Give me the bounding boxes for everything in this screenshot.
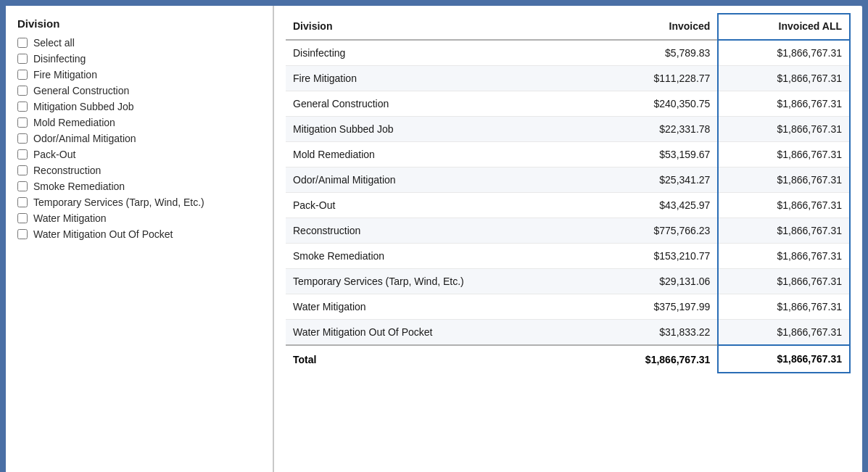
checkbox-item[interactable]: Fire Mitigation — [17, 69, 264, 80]
cell-division: Pack-Out — [286, 193, 587, 218]
left-panel-header: Division — [17, 17, 264, 30]
cell-invoiced-all: $1,866,767.31 — [718, 218, 850, 244]
checkbox-input[interactable] — [17, 70, 28, 80]
cell-division: General Construction — [286, 91, 587, 117]
checkbox-item[interactable]: Odor/Animal Mitigation — [17, 133, 264, 144]
footer-invoiced: $1,866,767.31 — [587, 345, 718, 373]
checkbox-item[interactable]: Smoke Remediation — [17, 181, 264, 192]
data-table: Division Invoiced Invoiced ALL Disinfect… — [286, 13, 851, 373]
cell-invoiced: $29,131.06 — [587, 269, 718, 294]
checkbox-input[interactable] — [17, 54, 28, 64]
cell-invoiced-all: $1,866,767.31 — [718, 117, 850, 142]
checkbox-item[interactable]: Pack-Out — [17, 149, 264, 160]
checkbox-item[interactable]: Mold Remediation — [17, 117, 264, 128]
table-header-row: Division Invoiced Invoiced ALL — [286, 14, 850, 40]
checkbox-item[interactable]: Water Mitigation Out Of Pocket — [17, 228, 264, 240]
table-row: Reconstruction$775,766.23$1,866,767.31 — [286, 218, 850, 244]
table-body: Disinfecting$5,789.83$1,866,767.31Fire M… — [286, 40, 850, 345]
footer-label: Total — [286, 345, 587, 373]
cell-invoiced-all: $1,866,767.31 — [718, 66, 850, 91]
cell-invoiced-all: $1,866,767.31 — [718, 244, 850, 269]
checkbox-label: Mold Remediation — [33, 117, 115, 128]
cell-invoiced: $240,350.75 — [587, 91, 718, 117]
table-row: Water Mitigation$375,197.99$1,866,767.31 — [286, 294, 850, 320]
checkbox-input[interactable] — [17, 165, 28, 175]
cell-invoiced-all: $1,866,767.31 — [718, 40, 850, 66]
footer-invoiced-all: $1,866,767.31 — [718, 345, 850, 373]
cell-invoiced: $53,159.67 — [587, 142, 718, 167]
checkbox-item[interactable]: General Construction — [17, 85, 264, 96]
cell-division: Temporary Services (Tarp, Wind, Etc.) — [286, 269, 587, 294]
cell-invoiced-all: $1,866,767.31 — [718, 142, 850, 167]
checkbox-input[interactable] — [17, 197, 28, 207]
table-row: Fire Mitigation$111,228.77$1,866,767.31 — [286, 66, 850, 91]
cell-invoiced-all: $1,866,767.31 — [718, 91, 850, 117]
cell-invoiced: $111,228.77 — [587, 66, 718, 91]
checkbox-item[interactable]: Temporary Services (Tarp, Wind, Etc.) — [17, 196, 264, 208]
checkbox-label: General Construction — [33, 85, 129, 96]
cell-invoiced: $25,341.27 — [587, 167, 718, 193]
table-row: Mitigation Subbed Job$22,331.78$1,866,76… — [286, 117, 850, 142]
col-header-invoiced-all: Invoiced ALL — [718, 14, 850, 40]
checkbox-label: Disinfecting — [33, 53, 86, 65]
checkbox-label: Water Mitigation — [33, 212, 107, 224]
checkbox-item[interactable]: Mitigation Subbed Job — [17, 101, 264, 112]
checkbox-item[interactable]: Reconstruction — [17, 165, 264, 176]
cell-invoiced: $153,210.77 — [587, 244, 718, 269]
left-panel: Division Select allDisinfectingFire Miti… — [6, 6, 274, 472]
table-row: Temporary Services (Tarp, Wind, Etc.)$29… — [286, 269, 850, 294]
checkbox-label: Temporary Services (Tarp, Wind, Etc.) — [33, 196, 204, 208]
cell-invoiced-all: $1,866,767.31 — [718, 294, 850, 320]
checkbox-label: Select all — [33, 37, 75, 49]
table-row: Water Mitigation Out Of Pocket$31,833.22… — [286, 320, 850, 346]
table-row: General Construction$240,350.75$1,866,76… — [286, 91, 850, 117]
cell-division: Fire Mitigation — [286, 66, 587, 91]
checkbox-select-all-input[interactable] — [17, 38, 28, 48]
cell-invoiced-all: $1,866,767.31 — [718, 167, 850, 193]
checkbox-label: Fire Mitigation — [33, 69, 97, 80]
checkbox-item[interactable]: Water Mitigation — [17, 212, 264, 224]
cell-division: Odor/Animal Mitigation — [286, 167, 587, 193]
checkbox-label: Reconstruction — [33, 165, 101, 176]
main-container: Division Select allDisinfectingFire Miti… — [6, 6, 862, 472]
table-row: Disinfecting$5,789.83$1,866,767.31 — [286, 40, 850, 66]
cell-invoiced: $375,197.99 — [587, 294, 718, 320]
cell-invoiced: $31,833.22 — [587, 320, 718, 346]
col-header-invoiced: Invoiced — [587, 14, 718, 40]
checkbox-list: Select allDisinfectingFire MitigationGen… — [17, 37, 264, 240]
table-footer-row: Total $1,866,767.31 $1,866,767.31 — [286, 345, 850, 373]
cell-division: Mold Remediation — [286, 142, 587, 167]
checkbox-label: Water Mitigation Out Of Pocket — [33, 228, 173, 240]
cell-invoiced: $43,425.97 — [587, 193, 718, 218]
checkbox-label: Pack-Out — [33, 149, 75, 160]
cell-invoiced-all: $1,866,767.31 — [718, 320, 850, 346]
table-row: Smoke Remediation$153,210.77$1,866,767.3… — [286, 244, 850, 269]
table-row: Odor/Animal Mitigation$25,341.27$1,866,7… — [286, 167, 850, 193]
checkbox-input[interactable] — [17, 149, 28, 160]
checkbox-input[interactable] — [17, 117, 28, 128]
cell-division: Smoke Remediation — [286, 244, 587, 269]
cell-division: Mitigation Subbed Job — [286, 117, 587, 142]
col-header-division: Division — [286, 14, 587, 40]
cell-invoiced: $5,789.83 — [587, 40, 718, 66]
checkbox-input[interactable] — [17, 229, 28, 239]
table-row: Mold Remediation$53,159.67$1,866,767.31 — [286, 142, 850, 167]
cell-invoiced-all: $1,866,767.31 — [718, 193, 850, 218]
checkbox-label: Smoke Remediation — [33, 181, 125, 192]
cell-invoiced: $22,331.78 — [587, 117, 718, 142]
checkbox-input[interactable] — [17, 102, 28, 112]
checkbox-select-all[interactable]: Select all — [17, 37, 264, 49]
checkbox-label: Odor/Animal Mitigation — [33, 133, 136, 144]
cell-invoiced-all: $1,866,767.31 — [718, 269, 850, 294]
cell-invoiced: $775,766.23 — [587, 218, 718, 244]
cell-division: Reconstruction — [286, 218, 587, 244]
checkbox-input[interactable] — [17, 86, 28, 96]
cell-division: Water Mitigation Out Of Pocket — [286, 320, 587, 346]
table-row: Pack-Out$43,425.97$1,866,767.31 — [286, 193, 850, 218]
checkbox-input[interactable] — [17, 181, 28, 191]
cell-division: Disinfecting — [286, 40, 587, 66]
checkbox-input[interactable] — [17, 213, 28, 223]
checkbox-item[interactable]: Disinfecting — [17, 53, 264, 65]
right-panel: Division Invoiced Invoiced ALL Disinfect… — [274, 6, 862, 472]
checkbox-input[interactable] — [17, 133, 28, 144]
